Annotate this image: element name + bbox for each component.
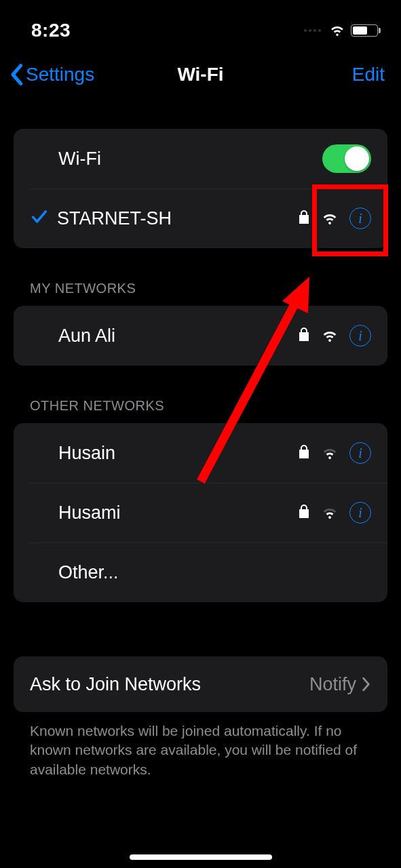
lock-icon — [298, 444, 310, 462]
ask-to-join-footer: Known networks will be joined automatica… — [30, 722, 371, 779]
wifi-signal-icon — [321, 444, 339, 462]
ask-to-join-value: Notify — [309, 674, 371, 695]
network-row[interactable]: Husami i — [14, 483, 387, 542]
ask-to-join-group: Ask to Join Networks Notify — [14, 656, 387, 712]
info-icon[interactable]: i — [349, 502, 371, 524]
network-name: Husain — [58, 443, 298, 464]
back-button[interactable]: Settings — [9, 63, 94, 86]
wifi-signal-icon — [321, 210, 339, 227]
chevron-left-icon — [9, 63, 23, 86]
status-bar: 8:23 — [0, 0, 401, 47]
wifi-signal-icon — [321, 504, 339, 521]
network-row[interactable]: Aun Ali i — [14, 306, 387, 366]
other-networks-header: OTHER NETWORKS — [30, 398, 387, 414]
connected-network-name: STARNET-SH — [57, 208, 298, 229]
home-indicator[interactable] — [130, 854, 272, 860]
lock-icon — [298, 210, 310, 227]
wifi-group: Wi-Fi STARNET-SH i — [14, 129, 387, 248]
connected-network-row[interactable]: STARNET-SH i — [14, 189, 387, 248]
status-time: 8:23 — [31, 20, 71, 41]
wifi-toggle[interactable] — [322, 144, 371, 173]
network-row[interactable]: Husain i — [14, 423, 387, 483]
info-icon[interactable]: i — [349, 325, 371, 347]
network-name: Aun Ali — [58, 326, 298, 347]
ask-to-join-label: Ask to Join Networks — [30, 674, 201, 695]
lock-icon — [298, 327, 310, 344]
info-icon[interactable]: i — [349, 442, 371, 464]
other-network-row[interactable]: Other... — [14, 542, 387, 602]
page-title: Wi-Fi — [177, 64, 223, 85]
back-label: Settings — [26, 64, 94, 85]
ask-to-join-row[interactable]: Ask to Join Networks Notify — [14, 656, 387, 712]
status-right — [304, 21, 378, 40]
wifi-toggle-row[interactable]: Wi-Fi — [14, 129, 387, 189]
battery-icon — [351, 24, 378, 37]
other-networks-group: Husain i Husami i Other... — [14, 423, 387, 602]
wifi-signal-icon — [321, 327, 339, 344]
info-icon[interactable]: i — [349, 208, 371, 229]
edit-button[interactable]: Edit — [352, 64, 385, 85]
wifi-toggle-label: Wi-Fi — [58, 149, 322, 170]
wifi-status-icon — [329, 21, 345, 40]
other-network-label: Other... — [58, 562, 371, 583]
navbar: Settings Wi-Fi Edit — [0, 54, 401, 95]
network-name: Husami — [58, 502, 298, 524]
my-networks-header: MY NETWORKS — [30, 281, 387, 296]
chevron-right-icon — [362, 677, 371, 692]
lock-icon — [298, 504, 310, 521]
my-networks-group: Aun Ali i — [14, 306, 387, 366]
checkmark-icon — [30, 208, 49, 229]
cellular-dots-icon — [304, 29, 321, 32]
